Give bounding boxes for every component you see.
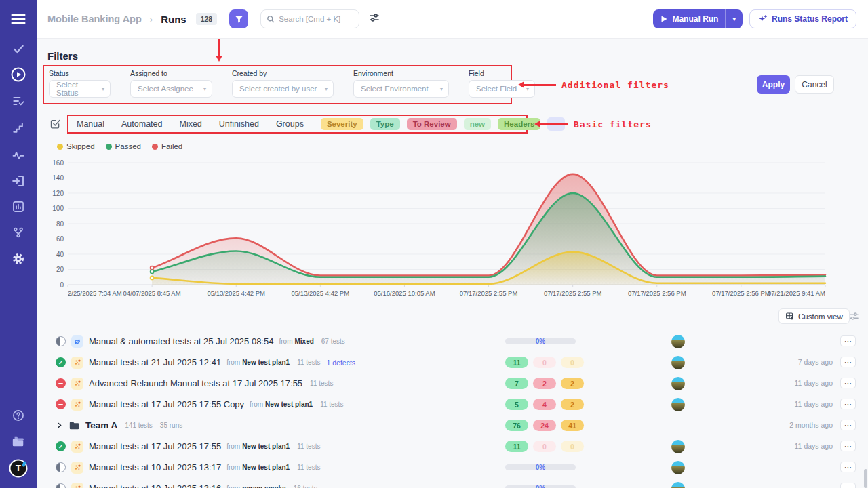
table-sliders-icon[interactable]: [849, 311, 859, 324]
menu-icon[interactable]: [11, 14, 26, 24]
basic-filter-pill-to-review[interactable]: To Review: [407, 118, 457, 130]
filter-select[interactable]: Select Status▾: [49, 80, 111, 98]
vertical-scrollbar-thumb[interactable]: [864, 469, 867, 488]
cancel-button[interactable]: Cancel: [795, 75, 834, 94]
run-title[interactable]: Manual tests at 10 Jul 2025 13:16: [89, 483, 221, 488]
projects-folder-icon[interactable]: [11, 435, 26, 449]
filter-field-field: FieldSelect Field▾: [469, 69, 535, 98]
table-row[interactable]: Advanced Relaunch Manual tests at 17 Jul…: [41, 373, 856, 394]
manual-run-caret-icon[interactable]: ▾: [726, 16, 743, 22]
from-plan-name[interactable]: New test plan1: [242, 443, 290, 450]
from-plan-name[interactable]: New test plan1: [242, 359, 290, 366]
run-title[interactable]: Manual tests at 10 Jul 2025 13:17: [89, 462, 221, 472]
row-menu-button[interactable]: ⋯: [840, 441, 856, 451]
run-type-manual-icon: [71, 441, 83, 453]
badge-skipped: 41: [561, 420, 584, 431]
filter-funnel-button[interactable]: [229, 9, 248, 28]
basic-filter-pill-severity[interactable]: Severity: [321, 118, 363, 130]
basic-filter-automated[interactable]: Automated: [121, 119, 162, 129]
table-row[interactable]: Manual tests at 17 Jul 2025 17:55 Copyfr…: [41, 394, 856, 415]
table-row[interactable]: Manual tests at 10 Jul 2025 13:17fromNew…: [41, 457, 856, 478]
avatar: [671, 335, 685, 348]
table-row[interactable]: ✓Manual tests at 21 Jul 2025 12:41fromNe…: [41, 352, 856, 373]
run-title[interactable]: Manual & automated tests at 25 Jul 2025 …: [89, 336, 273, 346]
table-row[interactable]: ✓Manual tests at 17 Jul 2025 17:55fromNe…: [41, 436, 856, 457]
help-icon[interactable]: [12, 409, 25, 422]
defects-link[interactable]: 1 defects: [326, 359, 355, 367]
branch-icon[interactable]: [12, 226, 25, 239]
filter-select[interactable]: Select Assignee▾: [130, 80, 212, 98]
from-plan-name[interactable]: New test plan1: [265, 401, 313, 408]
sign-in-icon[interactable]: [12, 174, 26, 188]
basic-filter-pill-new[interactable]: new: [464, 118, 491, 130]
table-row[interactable]: Manual & automated tests at 25 Jul 2025 …: [41, 331, 856, 352]
row-menu-button[interactable]: ⋯: [840, 483, 856, 488]
select-runs-icon[interactable]: [50, 118, 61, 132]
runs-status-report-button[interactable]: Runs Status Report: [749, 9, 856, 28]
row-menu-button[interactable]: ⋯: [840, 357, 856, 367]
legend-item-failed[interactable]: Failed: [152, 142, 182, 150]
annotation-additional-filters: Additional filters: [561, 80, 669, 90]
apply-button[interactable]: Apply: [757, 75, 790, 94]
svg-text:04/07/2025 8:45 AM: 04/07/2025 8:45 AM: [123, 289, 181, 297]
search-box[interactable]: [260, 9, 359, 28]
bar-chart-icon[interactable]: [12, 200, 25, 214]
breadcrumb-project[interactable]: Mobile Banking App: [47, 14, 142, 24]
check-icon[interactable]: [12, 42, 25, 56]
chevron-right-icon[interactable]: [54, 420, 64, 430]
legend-item-skipped[interactable]: Skipped: [57, 142, 95, 150]
header-sliders-icon[interactable]: [369, 12, 380, 26]
basic-filter-groups[interactable]: Groups: [276, 119, 304, 129]
run-title[interactable]: Manual tests at 21 Jul 2025 12:41: [89, 357, 221, 367]
search-input[interactable]: [279, 15, 353, 23]
legend-item-passed[interactable]: Passed: [106, 142, 141, 150]
steps-icon[interactable]: [12, 121, 25, 135]
filter-label: Status: [49, 69, 111, 77]
basic-filter-mixed[interactable]: Mixed: [179, 119, 201, 129]
run-title[interactable]: Manual tests at 17 Jul 2025 17:55: [89, 441, 221, 451]
from-label: from: [250, 401, 263, 408]
activity-icon[interactable]: [12, 148, 25, 162]
svg-text:07/17/2025 2:55 PM: 07/17/2025 2:55 PM: [460, 289, 518, 297]
row-results: 762441: [505, 415, 589, 436]
basic-filter-unfinished[interactable]: Unfinished: [219, 119, 259, 129]
app-logo[interactable]: T: [9, 460, 28, 478]
tests-count: 141 tests: [125, 422, 153, 429]
filter-label: Environment: [353, 69, 449, 77]
filter-select[interactable]: Select created by user▾: [232, 80, 334, 98]
row-menu-button[interactable]: ⋯: [840, 462, 856, 472]
tests-count: 11 tests: [310, 380, 333, 387]
basic-filter-manual[interactable]: Manual: [77, 119, 104, 129]
run-title[interactable]: Team A: [85, 420, 117, 430]
table-row[interactable]: Manual tests at 10 Jul 2025 13:16frompar…: [41, 478, 856, 488]
row-menu-button[interactable]: ⋯: [840, 420, 856, 430]
row-menu-button[interactable]: ⋯: [840, 336, 856, 346]
badge-passed: 11: [505, 357, 528, 368]
from-plan-name[interactable]: Mixed: [294, 338, 313, 345]
legend-label: Failed: [161, 142, 182, 150]
from-label: from: [279, 338, 292, 345]
from-plan-name[interactable]: New test plan1: [242, 464, 290, 471]
status-failed-icon: [56, 378, 66, 388]
from-plan-name[interactable]: param smoke: [242, 485, 285, 488]
row-menu-button[interactable]: ⋯: [840, 399, 856, 409]
list-check-icon[interactable]: [12, 94, 25, 108]
row-main: Manual tests at 17 Jul 2025 17:55 Copyfr…: [41, 394, 343, 415]
filter-select[interactable]: Select Environment▾: [353, 80, 449, 98]
annotation-arrow-line-2: [540, 123, 568, 125]
filter-label: Field: [469, 69, 535, 77]
run-title[interactable]: Manual tests at 17 Jul 2025 17:55 Copy: [89, 399, 244, 409]
svg-text:0: 0: [60, 281, 64, 289]
filter-select[interactable]: Select Field▾: [469, 80, 535, 98]
row-menu-button[interactable]: ⋯: [840, 378, 856, 388]
custom-view-button[interactable]: Custom view: [778, 308, 850, 324]
svg-text:60: 60: [56, 235, 64, 243]
avatar: [671, 377, 685, 390]
top-header: Mobile Banking App › Runs 128 Manual Run…: [37, 0, 868, 39]
table-row[interactable]: Team A141 tests35 runs7624412 months ago…: [41, 415, 856, 436]
manual-run-button[interactable]: Manual Run ▾: [653, 9, 743, 28]
basic-filter-pill-type[interactable]: Type: [370, 118, 400, 130]
gear-icon[interactable]: [12, 252, 26, 266]
run-title[interactable]: Advanced Relaunch Manual tests at 17 Jul…: [89, 378, 302, 388]
runs-play-circle-icon[interactable]: [10, 66, 26, 83]
